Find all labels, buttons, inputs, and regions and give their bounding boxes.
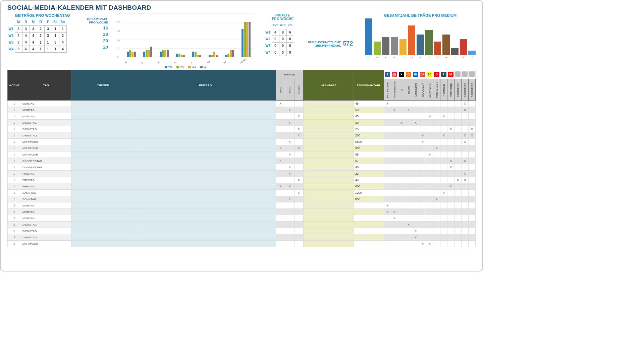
avg-block: DURCHSCHNITTLICHE ZEICHENANZAHL 572 bbox=[308, 13, 358, 47]
channel-icon bbox=[469, 71, 475, 77]
channel-icon: g+ bbox=[420, 72, 425, 77]
table-row: 1DIENSTAGX200XXXX bbox=[8, 132, 476, 139]
totals-value: 20 bbox=[85, 38, 108, 43]
totals-value: 20 bbox=[85, 45, 108, 50]
table-row: 1FREITAGX22X bbox=[8, 171, 476, 177]
table-row: 1MITTWOCHX85X bbox=[8, 152, 476, 158]
channel-icon: x bbox=[399, 72, 404, 77]
inhalte-table: TXTBLDVIDW1486W2000W3000W4000 bbox=[264, 22, 294, 56]
main-table: WOCHETAGTHEMENBEITRAGINHALTEHASHTAGSZEIC… bbox=[7, 70, 476, 247]
channel-icon bbox=[455, 71, 461, 77]
table-row: 1SONNTAGX850X bbox=[8, 196, 476, 202]
table-row: 2DIENSTAGX bbox=[8, 228, 476, 234]
weekday-title: BEITRÄGE PRO WOCHENTAG bbox=[7, 13, 78, 17]
totals-value: 20 bbox=[85, 32, 108, 37]
avg-label: DURCHSCHNITTLICHE ZEICHENANZAHL bbox=[308, 41, 341, 47]
channel-icon bbox=[462, 71, 468, 77]
channel-icon: p bbox=[434, 72, 439, 77]
avg-value: 572 bbox=[343, 40, 353, 47]
channel-icon: in bbox=[413, 72, 418, 77]
table-row: 1FREITAGXX600X bbox=[8, 183, 476, 190]
page-title: SOCIAL-MEDIA-KALENDER MIT DASHBOARD bbox=[7, 4, 476, 11]
table-row: 1SAMSTAGX1200X bbox=[8, 190, 476, 196]
table-row: 1DONNERSTAGX40X bbox=[8, 164, 476, 171]
table-row: 1FREITAGX48XX bbox=[8, 177, 476, 183]
table-row: 1MONTAGX45XX bbox=[8, 101, 476, 107]
table-row: 2MONTAGX bbox=[8, 215, 476, 222]
dashboard: BEITRÄGE PRO WOCHENTAG MDMDFSaSoW1333231… bbox=[7, 13, 476, 67]
medium-title: GESAMTZAHL BEITRÄGE PRO MEDIUM bbox=[365, 13, 476, 17]
totals-block: GESAMTZAHL PRO WOCHE 16202020 bbox=[85, 13, 108, 50]
table-row: 1MONTAGX45XX bbox=[8, 113, 476, 120]
channel-icon: f bbox=[385, 72, 390, 77]
bar-chart: 0510152025MDMDFSaSoGESA... W1W2W3W4 bbox=[115, 13, 258, 67]
totals-label: GESAMTZAHL PRO WOCHE bbox=[85, 17, 108, 24]
table-row: 2MONTAGXX bbox=[8, 209, 476, 215]
weekday-block: BEITRÄGE PRO WOCHENTAG MDMDFSaSoW1333231… bbox=[7, 13, 78, 53]
table-row: 2MITTWOCHXX bbox=[8, 241, 476, 247]
totals-value: 16 bbox=[85, 25, 108, 31]
channel-icon: t bbox=[441, 72, 446, 77]
inhalte-title: INHALTE PRO WOCHE bbox=[264, 13, 301, 21]
table-row: 1DIENSTAGX30XX bbox=[8, 120, 476, 126]
channel-icon: b bbox=[406, 72, 411, 77]
table-row: 1DIENSTAGX25XX bbox=[8, 126, 476, 132]
weekday-table: MDMDFSaSoW13332311W24442312W33441134W436… bbox=[7, 19, 67, 53]
table-row: 2DIENSTAGX bbox=[8, 234, 476, 241]
table-row: 2DIENSTAGX bbox=[8, 222, 476, 228]
channel-icon: ig bbox=[392, 72, 397, 77]
table-row: 1MITTWOCHX5500XX bbox=[8, 139, 476, 145]
inhalte-block: INHALTE PRO WOCHE TXTBLDVIDW1486W2000W30… bbox=[264, 13, 301, 56]
table-row: 2MONTAGX bbox=[8, 202, 476, 209]
table-row: 1MONTAGX50XXX bbox=[8, 107, 476, 113]
table-row: 1DONNERSTAGX67XX bbox=[8, 158, 476, 164]
table-row: 1MITTWOCHXX350X bbox=[8, 145, 476, 152]
medium-block: GESAMTZAHL BEITRÄGE PRO MEDIUM 166887139… bbox=[365, 13, 476, 59]
channel-icon: yt bbox=[448, 72, 453, 77]
channel-icon: sc bbox=[427, 72, 432, 77]
